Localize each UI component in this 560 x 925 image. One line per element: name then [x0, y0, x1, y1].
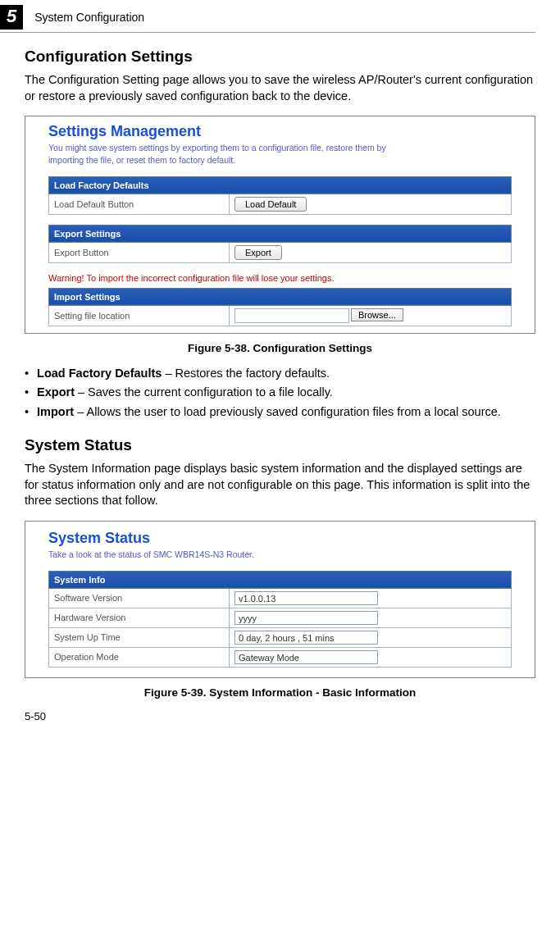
- bullet-desc-0: – Restores the factory defaults.: [162, 367, 330, 380]
- bullet-import: •Import – Allows the user to load previo…: [25, 404, 535, 421]
- value-operation-mode: Gateway Mode: [234, 650, 378, 664]
- bullet-desc-1: – Saves the current configuration to a f…: [75, 385, 333, 399]
- figure-box-system-status: System Status Take a look at the status …: [25, 521, 535, 678]
- figure-box-settings-management: Settings Management You might save syste…: [25, 116, 535, 333]
- bullet-term-2: Import: [37, 405, 74, 418]
- table-import-settings: Import Settings Setting file location Br…: [48, 288, 512, 326]
- bullet-desc-2: – Allows the user to load previously sav…: [74, 405, 501, 418]
- import-warning-text: Warning! To import the incorrect configu…: [48, 273, 512, 283]
- page-number: 5-50: [25, 710, 535, 722]
- section-title-config-settings: Configuration Settings: [25, 48, 535, 66]
- bullet-term-0: Load Factory Defaults: [37, 367, 162, 380]
- table-header-export: Export Settings: [49, 225, 512, 242]
- file-path-input[interactable]: [234, 308, 349, 323]
- bullet-term-1: Export: [37, 385, 75, 399]
- section-intro-2: The System Information page displays bas…: [25, 461, 535, 509]
- panel-subtitle-2: Take a look at the status of SMC WBR14S-…: [48, 549, 393, 561]
- table-system-info: System Info Software Version v1.0.0.13 H…: [48, 571, 512, 668]
- table-header-load-defaults: Load Factory Defaults: [49, 176, 512, 194]
- row-label-system-uptime: System Up Time: [49, 627, 230, 647]
- export-button[interactable]: Export: [234, 245, 282, 260]
- table-header-system-info: System Info: [49, 571, 512, 588]
- table-header-import: Import Settings: [49, 288, 512, 305]
- value-hardware-version: yyyy: [234, 611, 378, 625]
- row-label-setting-file: Setting file location: [49, 305, 230, 326]
- row-label-operation-mode: Operation Mode: [49, 647, 230, 667]
- figure-caption-2: Figure 5-39. System Information - Basic …: [25, 686, 535, 699]
- load-default-button[interactable]: Load Default: [234, 197, 307, 212]
- row-label-export: Export Button: [49, 242, 230, 262]
- section-title-system-status: System Status: [25, 436, 535, 454]
- panel-title-settings-management: Settings Management: [48, 123, 512, 140]
- bullet-load-factory: •Load Factory Defaults – Restores the fa…: [25, 366, 535, 382]
- row-label-software-version: Software Version: [49, 588, 230, 608]
- table-export-settings: Export Settings Export Button Export: [48, 225, 512, 263]
- value-software-version: v1.0.0.13: [234, 591, 378, 605]
- row-label-hardware-version: Hardware Version: [49, 608, 230, 627]
- table-load-factory-defaults: Load Factory Defaults Load Default Butto…: [48, 176, 512, 215]
- value-system-uptime: 0 day, 2 hours , 51 mins: [234, 631, 378, 645]
- panel-subtitle-1: You might save system settings by export…: [48, 142, 393, 166]
- panel-title-system-status: System Status: [48, 530, 512, 547]
- figure-caption-1: Figure 5-38. Configuration Settings: [25, 342, 535, 354]
- browse-button[interactable]: Browse...: [351, 308, 403, 321]
- bullet-list: •Load Factory Defaults – Restores the fa…: [25, 366, 535, 421]
- bullet-export: •Export – Saves the current configuratio…: [25, 385, 535, 401]
- section-intro-1: The Configuration Setting page allows yo…: [25, 72, 535, 104]
- chapter-header: 5 System Configuration: [0, 5, 535, 33]
- chapter-title: System Configuration: [34, 11, 144, 24]
- chapter-number-badge: 5: [0, 5, 23, 30]
- row-label-load-default: Load Default Button: [49, 194, 230, 214]
